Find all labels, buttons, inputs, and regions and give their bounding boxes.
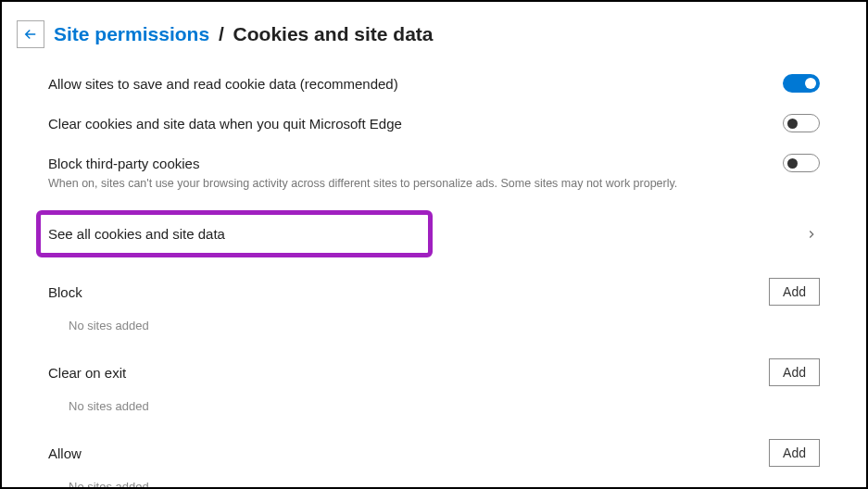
page-header: Site permissions / Cookies and site data <box>17 20 820 48</box>
empty-message: No sites added <box>48 399 820 413</box>
back-button[interactable] <box>17 20 44 48</box>
setting-label: Block third-party cookies <box>48 154 783 173</box>
section-title: Clear on exit <box>48 365 126 381</box>
add-block-button[interactable]: Add <box>769 278 820 306</box>
setting-see-all[interactable]: See all cookies and site data <box>48 210 820 257</box>
section-clear-on-exit: Clear on exit Add No sites added <box>48 358 820 413</box>
section-title: Block <box>48 284 82 300</box>
block-third-party-toggle[interactable] <box>783 154 820 172</box>
empty-message: No sites added <box>48 319 820 332</box>
setting-label: See all cookies and site data <box>48 224 421 244</box>
breadcrumb: Site permissions / Cookies and site data <box>54 23 434 45</box>
breadcrumb-link[interactable]: Site permissions <box>54 23 209 44</box>
breadcrumb-separator: / <box>219 23 224 44</box>
setting-allow-cookies: Allow sites to save and read cookie data… <box>48 74 820 94</box>
setting-clear-on-quit: Clear cookies and site data when you qui… <box>48 114 820 133</box>
breadcrumb-current: Cookies and site data <box>233 23 434 44</box>
setting-label: Clear cookies and site data when you qui… <box>48 114 783 133</box>
clear-on-quit-toggle[interactable] <box>783 114 820 132</box>
add-clear-on-exit-button[interactable]: Add <box>769 358 820 386</box>
setting-label: Allow sites to save and read cookie data… <box>48 74 783 94</box>
section-allow: Allow Add No sites added <box>48 439 820 489</box>
setting-block-third-party: Block third-party cookies When on, sites… <box>48 154 820 190</box>
arrow-left-icon <box>22 26 39 43</box>
setting-description: When on, sites can't use your browsing a… <box>48 177 783 190</box>
section-title: Allow <box>48 445 82 461</box>
chevron-right-icon[interactable] <box>803 226 820 243</box>
highlight-annotation: See all cookies and site data <box>36 210 433 257</box>
empty-message: No sites added <box>48 480 820 489</box>
allow-cookies-toggle[interactable] <box>783 74 820 93</box>
section-block: Block Add No sites added <box>48 278 820 332</box>
add-allow-button[interactable]: Add <box>769 439 820 467</box>
